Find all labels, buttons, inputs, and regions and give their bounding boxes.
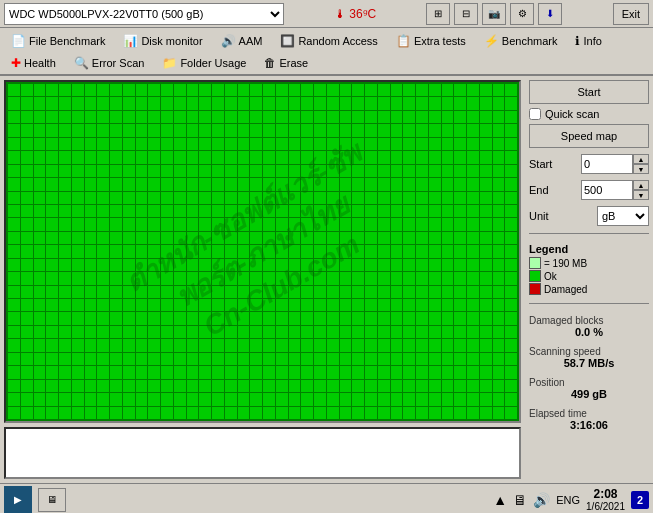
grid-cell	[505, 205, 517, 217]
grid-cell	[365, 178, 377, 190]
grid-cell	[199, 259, 211, 271]
grid-cell	[480, 192, 492, 204]
grid-cell	[480, 326, 492, 338]
grid-cell	[123, 366, 135, 378]
unit-select[interactable]: gB MB	[597, 206, 649, 226]
grid-cell	[314, 205, 326, 217]
grid-cell	[429, 393, 441, 405]
grid-cell	[8, 111, 20, 123]
speed-map-button[interactable]: Speed map	[529, 124, 649, 148]
grid-cell	[148, 192, 160, 204]
settings-icon-btn[interactable]: ⚙	[510, 3, 534, 25]
end-input[interactable]	[581, 180, 633, 200]
grid-cell	[199, 407, 211, 419]
grid-cell	[148, 138, 160, 150]
grid-cell	[59, 138, 71, 150]
grid-cell	[352, 218, 364, 230]
start-input[interactable]	[581, 154, 633, 174]
grid-cell	[416, 205, 428, 217]
grid-cell	[429, 326, 441, 338]
tab-erase[interactable]: 🗑 Erase	[255, 52, 317, 74]
grid-cell	[161, 218, 173, 230]
grid-cell	[238, 259, 250, 271]
grid-cell	[238, 138, 250, 150]
grid-cell	[199, 353, 211, 365]
grid-cell	[352, 366, 364, 378]
grid-cell	[429, 259, 441, 271]
grid-cell	[21, 97, 33, 109]
start-tray-button[interactable]: ▶	[4, 486, 32, 514]
end-spin-up[interactable]: ▲	[633, 180, 649, 190]
drive-selector[interactable]: WDC WD5000LPVX-22V0TT0 (500 gB)	[4, 3, 284, 25]
grid-cell	[391, 151, 403, 163]
grid-cell	[161, 232, 173, 244]
tab-disk-monitor[interactable]: 📊 Disk monitor	[114, 30, 211, 52]
exit-button[interactable]: Exit	[613, 3, 649, 25]
grid-cell	[148, 312, 160, 324]
copy-icon-btn[interactable]: ⊞	[426, 3, 450, 25]
grid-cell	[250, 312, 262, 324]
tab-aam[interactable]: 🔊 AAM	[212, 30, 272, 52]
grid-cell	[327, 380, 339, 392]
grid-cell	[110, 218, 122, 230]
tab-folder-usage[interactable]: 📁 Folder Usage	[153, 52, 255, 74]
tab-health[interactable]: ✚ Health	[2, 52, 65, 74]
tray-window-button[interactable]: 🖥	[38, 488, 66, 512]
tab-file-benchmark[interactable]: 📄 File Benchmark	[2, 30, 114, 52]
grid-cell	[174, 286, 186, 298]
grid-cell	[416, 111, 428, 123]
grid-cell	[97, 192, 109, 204]
grid-cell	[289, 124, 301, 136]
start-button[interactable]: Start	[529, 80, 649, 104]
grid-cell	[72, 178, 84, 190]
end-spin-down[interactable]: ▼	[633, 190, 649, 200]
paste-icon-btn[interactable]: ⊟	[454, 3, 478, 25]
start-spin-up[interactable]: ▲	[633, 154, 649, 164]
grid-cell	[187, 353, 199, 365]
grid-cell	[454, 299, 466, 311]
grid-cell	[263, 178, 275, 190]
grid-cell	[429, 339, 441, 351]
grid-cell	[314, 407, 326, 419]
grid-cell	[365, 272, 377, 284]
language-indicator[interactable]: ENG	[556, 494, 580, 506]
grid-cell	[276, 272, 288, 284]
grid-cell	[289, 178, 301, 190]
grid-cell	[59, 97, 71, 109]
camera-icon-btn[interactable]: 📷	[482, 3, 506, 25]
grid-cell	[314, 192, 326, 204]
grid-cell	[250, 192, 262, 204]
grid-cell	[442, 232, 454, 244]
tab-info[interactable]: ℹ Info	[566, 30, 610, 52]
grid-cell	[34, 205, 46, 217]
grid-cell	[34, 380, 46, 392]
grid-cell	[391, 245, 403, 257]
grid-cell	[199, 339, 211, 351]
clock[interactable]: 2:08 1/6/2021	[586, 487, 625, 512]
grid-cell	[480, 380, 492, 392]
grid-cell	[454, 272, 466, 284]
grid-cell	[454, 97, 466, 109]
grid-cell	[199, 380, 211, 392]
notification-badge[interactable]: 2	[631, 491, 649, 509]
grid-cell	[85, 407, 97, 419]
tab-benchmark[interactable]: ⚡ Benchmark	[475, 30, 567, 52]
start-spin-down[interactable]: ▼	[633, 164, 649, 174]
grid-cell	[454, 151, 466, 163]
quick-scan-checkbox[interactable]	[529, 108, 541, 120]
grid-cell	[416, 192, 428, 204]
grid-cell	[493, 259, 505, 271]
grid-cell	[225, 178, 237, 190]
tab-extra-tests[interactable]: 📋 Extra tests	[387, 30, 475, 52]
tab-error-scan[interactable]: 🔍 Error Scan	[65, 52, 154, 74]
grid-cell	[34, 339, 46, 351]
grid-cell	[454, 192, 466, 204]
download-icon-btn[interactable]: ⬇	[538, 3, 562, 25]
grid-cell	[59, 407, 71, 419]
grid-cell	[378, 151, 390, 163]
tab-random-access[interactable]: 🔲 Random Access	[271, 30, 386, 52]
grid-cell	[454, 380, 466, 392]
grid-cell	[467, 232, 479, 244]
grid-cell	[72, 192, 84, 204]
show-desktop-icon[interactable]: ▲	[493, 492, 507, 508]
